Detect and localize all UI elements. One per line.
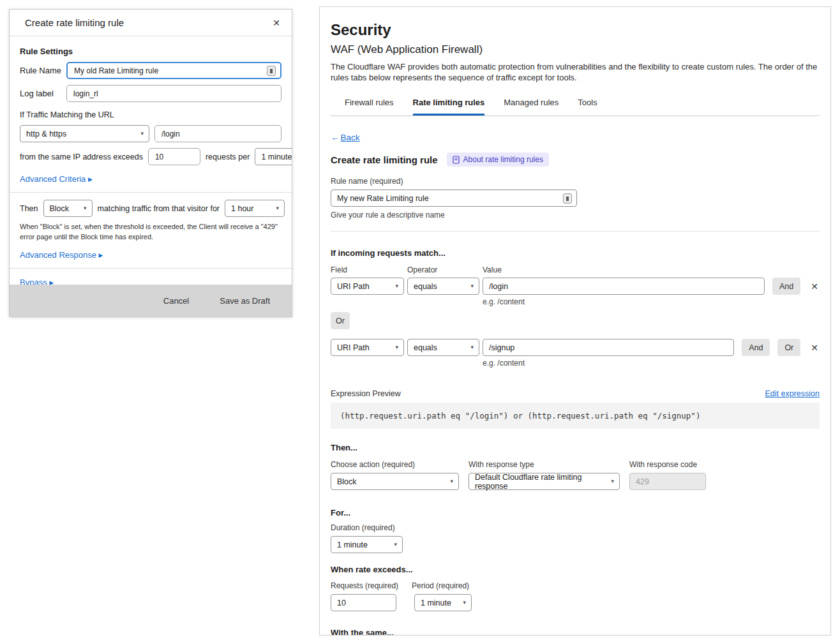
rule-name-helper: Give your rule a descriptive name: [331, 211, 820, 220]
security-waf-panel: Security WAF (Web Application Firewall) …: [319, 6, 831, 636]
choose-action-label: Choose action (required): [331, 460, 459, 469]
value-helper: e.g. /content: [483, 359, 820, 368]
dialog-divider: [10, 268, 292, 269]
chevron-down-icon: ▾: [276, 205, 279, 211]
requests-input[interactable]: [331, 594, 396, 611]
traffic-match-heading: If Traffic Matching the URL: [20, 110, 281, 119]
tab-firewall-rules[interactable]: Firewall rules: [345, 92, 394, 115]
cancel-button[interactable]: Cancel: [160, 295, 193, 306]
rule-name-field-wrap: [66, 62, 281, 79]
period-select[interactable]: 1 minute ▾: [414, 594, 472, 611]
disclosure-triangle-icon: ▶: [99, 252, 103, 258]
field-column-label: Field: [331, 265, 407, 274]
tab-managed-rules[interactable]: Managed rules: [504, 92, 559, 115]
rule-settings-heading: Rule Settings: [20, 47, 281, 56]
value-input[interactable]: [483, 278, 765, 295]
back-link[interactable]: ← Back: [331, 133, 360, 142]
then-heading: Then...: [331, 443, 820, 452]
scheme-select[interactable]: http & https ▾: [20, 125, 149, 142]
operator-column-label: Operator: [407, 265, 483, 274]
rule-name-input[interactable]: [331, 194, 559, 203]
then-text: Then: [20, 204, 38, 213]
close-icon[interactable]: ✕: [271, 17, 281, 29]
matching-text: matching traffic from that visitor for: [98, 204, 220, 213]
value-input[interactable]: [483, 339, 734, 356]
chevron-down-icon: ▾: [611, 479, 614, 484]
or-button[interactable]: Or: [777, 339, 800, 356]
period-label: Period (required): [412, 581, 469, 590]
field-select[interactable]: URI Path ▾: [331, 278, 404, 295]
advanced-response-link[interactable]: Advanced Response ▶: [20, 250, 103, 260]
disclosure-triangle-icon: ▶: [88, 176, 93, 182]
period-select[interactable]: 1 minute ▾: [255, 148, 292, 165]
waf-tabs: Firewall rules Rate limiting rules Manag…: [331, 92, 820, 116]
same-heading: With the same...: [331, 628, 820, 636]
remove-icon[interactable]: ✕: [809, 343, 820, 353]
rate-heading: When rate exceeds...: [331, 565, 820, 574]
form-title: Create rate limiting rule: [331, 154, 438, 165]
duration-select[interactable]: 1 minute ▾: [331, 536, 403, 553]
requests-input[interactable]: [150, 153, 195, 161]
field-select[interactable]: URI Path ▾: [331, 339, 404, 356]
dialog-title: Create rate limiting rule: [25, 17, 124, 28]
autofill-icon: [267, 66, 276, 76]
action-select[interactable]: Block ▾: [43, 200, 93, 217]
chevron-down-icon: ▾: [450, 479, 453, 484]
and-button[interactable]: And: [772, 278, 800, 295]
waf-description: The Cloudflare WAF provides both automat…: [331, 62, 820, 83]
log-label-input[interactable]: [68, 89, 276, 98]
tab-tools[interactable]: Tools: [578, 92, 597, 115]
response-type-select[interactable]: Default Cloudflare rate limiting respons…: [469, 473, 620, 490]
expression-preview-label: Expression Preview: [331, 389, 401, 398]
value-helper: e.g. /content: [483, 297, 820, 306]
dialog-header: Create rate limiting rule ✕: [10, 10, 292, 36]
response-code-input: 429: [629, 473, 706, 490]
operator-select[interactable]: equals ▾: [407, 278, 479, 295]
edit-expression-link[interactable]: Edit expression: [765, 389, 820, 398]
response-type-label: With response type: [469, 460, 620, 469]
value-column-label: Value: [483, 265, 502, 274]
operator-select[interactable]: equals ▾: [407, 339, 479, 356]
action-select[interactable]: Block ▾: [331, 473, 459, 490]
rule-name-field-wrap: [331, 190, 577, 207]
tab-rate-limiting-rules[interactable]: Rate limiting rules: [413, 92, 485, 115]
page-subtitle: WAF (Web Application Firewall): [331, 43, 820, 56]
chevron-down-icon: ▾: [395, 345, 398, 350]
block-note: When "Block" is set, when the threshold …: [20, 222, 281, 242]
back-arrow-icon: ←: [331, 133, 340, 142]
about-rate-limiting-badge[interactable]: About rate limiting rules: [447, 153, 549, 167]
chevron-down-icon: ▾: [140, 131, 144, 137]
chevron-down-icon: ▾: [470, 283, 474, 289]
dialog-divider: [10, 192, 292, 193]
duration-label: Duration (required): [331, 523, 820, 532]
requests-label: Requests (required): [331, 581, 398, 590]
or-connector-button[interactable]: Or: [331, 312, 350, 329]
condition-row: URI Path ▾ equals ▾ And ✕: [331, 278, 820, 295]
save-as-draft-button[interactable]: Save as Draft: [216, 295, 274, 306]
and-button[interactable]: And: [742, 339, 770, 356]
requests-field-wrap: [148, 148, 200, 165]
chevron-down-icon: ▾: [463, 600, 466, 606]
expression-code: (http.request.uri.path eq "/login") or (…: [331, 403, 820, 429]
advanced-criteria-link[interactable]: Advanced Criteria ▶: [20, 174, 93, 184]
rule-name-label: Rule Name: [20, 66, 66, 75]
remove-icon[interactable]: ✕: [809, 281, 820, 292]
rule-name-input[interactable]: [69, 66, 263, 75]
response-code-label: With response code: [629, 460, 706, 469]
condition-row: URI Path ▾ equals ▾ And Or ✕: [331, 339, 820, 356]
autofill-icon: [563, 193, 572, 204]
rule-name-label: Rule name (required): [331, 177, 820, 186]
doc-icon: [453, 156, 460, 164]
create-rate-limiting-rule-dialog: Create rate limiting rule ✕ Rule Setting…: [9, 9, 292, 317]
log-label-field-wrap: [66, 85, 281, 102]
for-heading: For...: [331, 508, 820, 517]
log-label-label: Log label: [20, 89, 66, 98]
dialog-footer: Cancel Save as Draft: [10, 285, 292, 316]
url-input[interactable]: [156, 130, 276, 138]
block-duration-select[interactable]: 1 hour ▾: [225, 200, 285, 217]
requests-per-text: requests per: [206, 153, 250, 161]
section-divider: [331, 231, 820, 232]
chevron-down-icon: ▾: [84, 205, 87, 211]
chevron-down-icon: ▾: [394, 542, 397, 547]
url-field-wrap: [154, 125, 281, 142]
